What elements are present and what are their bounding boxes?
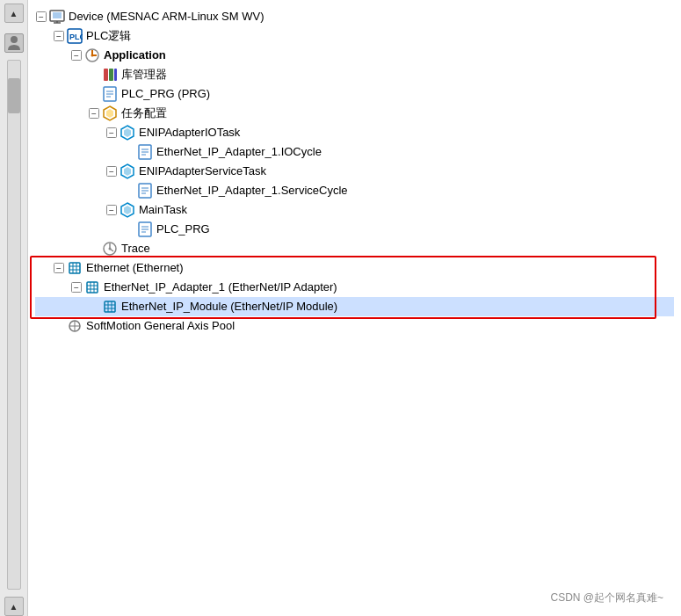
tree-node-ethernet_module[interactable]: EtherNet_IP_Module (EtherNet/IP Module)	[35, 297, 674, 316]
enip-icon	[120, 163, 135, 179]
scroll-up-btn[interactable]: ▲	[4, 4, 24, 23]
expand-btn-device[interactable]: −	[35, 11, 47, 23]
app-icon	[84, 47, 100, 63]
eth-icon	[84, 279, 100, 295]
node-label-application: Application	[104, 47, 166, 64]
scroll-track[interactable]	[7, 60, 21, 590]
tree-node-ethernet[interactable]: −Ethernet (Ethernet)	[35, 258, 674, 278]
svg-marker-37	[124, 167, 131, 176]
node-label-library: 库管理器	[121, 66, 167, 83]
node-label-softmotion: SoftMotion General Axis Pool	[86, 317, 235, 335]
scroll-down-btn[interactable]: ▲	[4, 597, 24, 616]
trace-icon	[102, 241, 118, 257]
tree-node-plc_prg2[interactable]: PLC_PRG	[35, 220, 674, 239]
svg-marker-45	[124, 206, 131, 214]
svg-text:−: −	[56, 32, 62, 41]
svg-text:−: −	[109, 128, 114, 138]
svg-point-14	[91, 54, 94, 57]
expand-btn-enip_io_task[interactable]: −	[105, 127, 118, 139]
node-label-plc_logic: PLC逻辑	[86, 27, 131, 45]
svg-point-53	[109, 248, 112, 250]
lib-icon	[102, 67, 118, 83]
device-icon	[49, 9, 65, 25]
eth-icon	[67, 260, 83, 276]
tree-node-device[interactable]: −Device (MESNAC ARM-Linux SM WV)	[35, 7, 674, 26]
tree-node-task_config[interactable]: −任务配置	[35, 104, 674, 123]
node-label-enip_io_task: ENIPAdapterIOTask	[139, 124, 240, 141]
expand-btn-ethernet_adapter[interactable]: −	[70, 281, 83, 294]
tree-node-softmotion[interactable]: SoftMotion General Axis Pool	[35, 316, 674, 336]
svg-text:−: −	[74, 283, 79, 293]
expand-btn-ethernet_servicecycle[interactable]	[123, 185, 135, 197]
svg-text:−: −	[109, 167, 114, 177]
svg-rect-17	[114, 69, 117, 81]
node-label-plc_prg: PLC_PRG (PRG)	[121, 85, 210, 103]
tree-panel: −Device (MESNAC ARM-Linux SM WV)−PLCPLC逻…	[28, 0, 681, 616]
plc-icon: PLC	[67, 28, 83, 44]
svg-point-0	[11, 36, 18, 43]
expand-btn-library[interactable]	[88, 69, 100, 81]
main-container: ▲ ▲ −Device (MESNAC ARM-Linux SM WV)−PLC…	[0, 0, 681, 616]
node-label-main_task: MainTask	[139, 201, 187, 219]
svg-text:−: −	[39, 12, 44, 22]
tree-node-trace[interactable]: Trace	[35, 239, 674, 258]
tree-node-enip_io_task[interactable]: −ENIPAdapterIOTask	[35, 123, 674, 142]
expand-btn-ethernet_iocycle[interactable]	[123, 146, 135, 158]
node-label-ethernet_servicecycle: EtherNet_IP_Adapter_1.ServiceCycle	[156, 182, 348, 199]
node-label-trace: Trace	[121, 240, 150, 257]
enip-icon	[120, 202, 135, 218]
prg-icon	[137, 221, 153, 237]
node-label-ethernet_iocycle: EtherNet_IP_Adapter_1.IOCycle	[156, 143, 322, 161]
tree-node-enip_service_task[interactable]: −ENIPAdapterServiceTask	[35, 162, 674, 181]
node-label-plc_prg2: PLC_PRG	[156, 221, 210, 238]
svg-rect-56	[69, 263, 80, 273]
expand-btn-plc_prg[interactable]	[88, 88, 100, 100]
expand-btn-trace[interactable]	[88, 243, 100, 255]
svg-text:−: −	[74, 51, 79, 61]
node-label-enip_service_task: ENIPAdapterServiceTask	[139, 163, 266, 180]
expand-btn-task_config[interactable]: −	[88, 107, 100, 120]
svg-marker-29	[124, 128, 131, 137]
svg-marker-25	[106, 109, 113, 118]
svg-text:−: −	[56, 264, 62, 273]
svg-rect-4	[53, 12, 62, 18]
user-avatar	[4, 33, 24, 53]
node-label-ethernet_adapter: EtherNet_IP_Adapter_1 (EtherNet/IP Adapt…	[104, 279, 337, 296]
svg-rect-63	[87, 282, 98, 293]
node-label-task_config: 任务配置	[121, 105, 167, 122]
tree-node-ethernet_iocycle[interactable]: EtherNet_IP_Adapter_1.IOCycle	[35, 142, 674, 162]
svg-text:−: −	[91, 109, 97, 119]
tree-node-main_task[interactable]: −MainTask	[35, 200, 674, 220]
tree-node-ethernet_adapter[interactable]: −EtherNet_IP_Adapter_1 (EtherNet/IP Adap…	[35, 278, 674, 297]
expand-btn-ethernet_module[interactable]	[88, 301, 100, 313]
footer: CSDN @起个网名真难~	[550, 591, 663, 605]
expand-btn-ethernet[interactable]: −	[53, 262, 65, 274]
svg-rect-16	[109, 69, 113, 81]
expand-btn-softmotion[interactable]	[53, 320, 65, 332]
svg-text:PLC: PLC	[69, 33, 83, 41]
expand-btn-plc_logic[interactable]: −	[53, 30, 65, 42]
tree-node-ethernet_servicecycle[interactable]: EtherNet_IP_Adapter_1.ServiceCycle	[35, 181, 674, 200]
prg-icon	[137, 144, 153, 160]
svg-rect-68	[105, 301, 115, 312]
scroll-thumb[interactable]	[8, 78, 20, 113]
tree-node-plc_logic[interactable]: −PLCPLC逻辑	[35, 26, 674, 46]
svg-rect-15	[104, 69, 108, 81]
expand-btn-main_task[interactable]: −	[105, 204, 118, 216]
expand-btn-application[interactable]: −	[70, 49, 83, 62]
enip-icon	[120, 125, 135, 141]
node-label-ethernet_module: EtherNet_IP_Module (EtherNet/IP Module)	[121, 298, 337, 315]
tree-container: −Device (MESNAC ARM-Linux SM WV)−PLCPLC逻…	[35, 7, 674, 336]
tree-node-plc_prg[interactable]: PLC_PRG (PRG)	[35, 84, 674, 104]
svg-text:−: −	[109, 206, 114, 215]
tree-node-library[interactable]: 库管理器	[35, 65, 674, 84]
node-label-device: Device (MESNAC ARM-Linux SM WV)	[69, 8, 264, 25]
footer-text: CSDN @起个网名真难~	[550, 591, 663, 604]
expand-btn-enip_service_task[interactable]: −	[105, 165, 118, 178]
task-icon	[102, 105, 118, 121]
expand-btn-plc_prg2[interactable]	[123, 223, 135, 236]
left-panel: ▲ ▲	[0, 0, 28, 616]
eth-icon	[102, 299, 118, 315]
tree-node-application[interactable]: −Application	[35, 46, 674, 65]
prg-icon	[102, 86, 118, 102]
